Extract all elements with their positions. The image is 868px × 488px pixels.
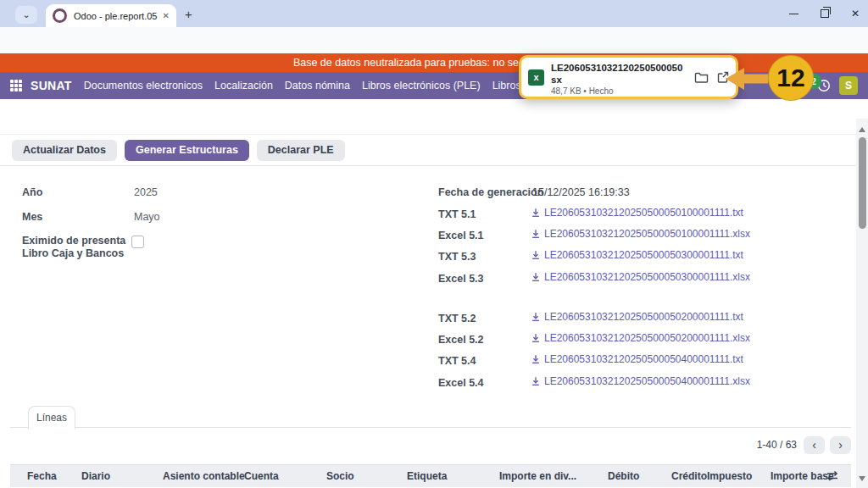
col-credito[interactable]: Crédito: [671, 470, 707, 482]
minimize-icon[interactable]: [789, 14, 798, 14]
screen: ⌄ Odoo - ple.report.05,4 ✕ + ✕ ← → democ…: [0, 0, 868, 488]
file-name: LE2060531032120250500050400001111.xlsx: [544, 375, 750, 387]
scroll-down-icon[interactable]: [859, 476, 865, 481]
file-download-link[interactable]: LE2060531032120250500050300001111.txt: [531, 249, 743, 261]
browser-toolbar: ← → democontable17.solse.pe/web#cids=1&m…: [0, 27, 868, 53]
download-actions: [694, 71, 729, 83]
fecha-generacion-label: Fecha de generación: [438, 186, 543, 198]
file-name: LE2060531032120250500050200001111.txt: [544, 311, 743, 323]
menu-documentos-electronicos[interactable]: Documentos electronicos: [84, 80, 203, 92]
eximido-label-line2: Libro Caja y Bancos: [22, 247, 124, 259]
file-name: LE2060531032120250500050300001111.xlsx: [544, 271, 750, 283]
file-name: LE2060531032120250500050400001111.txt: [544, 353, 743, 365]
lines-table-header: Fecha Diario Asiento contable Cuenta Soc…: [10, 464, 851, 487]
file-download-link[interactable]: LE2060531032120250500050100001111.txt: [531, 207, 743, 219]
file-label: Excel 5.3: [438, 273, 484, 285]
file-name: LE2060531032120250500050300001111.txt: [544, 249, 743, 261]
anio-value[interactable]: 2025: [134, 186, 158, 198]
action-button-bar: Actualizar Datos Generar Estructuras Dec…: [0, 134, 856, 166]
navbar-right: S: [817, 72, 858, 99]
annotation-step-number: 12: [776, 64, 804, 92]
notebook-divider: [10, 427, 851, 428]
annotation-arrow-icon: [726, 67, 768, 91]
file-label: Excel 5.1: [438, 230, 484, 241]
file-download-link[interactable]: LE2060531032120250500050400001111.txt: [531, 353, 743, 365]
new-tab-button[interactable]: +: [185, 7, 192, 21]
tab-close-icon[interactable]: ✕: [163, 11, 170, 20]
download-icon: [531, 333, 541, 343]
col-fecha[interactable]: Fecha: [27, 470, 57, 482]
lines-pager-prev-icon[interactable]: ‹: [804, 436, 825, 454]
fecha-generacion-value: 15/12/2025 16:19:33: [532, 186, 630, 198]
user-avatar[interactable]: S: [839, 76, 858, 95]
browser-titlebar: ⌄ Odoo - ple.report.05,4 ✕ + ✕: [0, 0, 868, 27]
actualizar-datos-button[interactable]: Actualizar Datos: [12, 140, 117, 161]
download-file-info: LE2060531032120250500050 sx 48,7 KB • He…: [551, 59, 687, 96]
file-label: TXT 5.1: [438, 208, 476, 220]
lines-pager-count: 1-40 / 63: [757, 439, 797, 451]
col-debito[interactable]: Débito: [608, 470, 639, 482]
col-cuenta[interactable]: Cuenta: [244, 470, 279, 482]
page-scrollbar[interactable]: [856, 119, 868, 488]
col-asiento[interactable]: Asiento contable: [163, 470, 245, 482]
file-download-link[interactable]: LE2060531032120250500050200001111.xlsx: [531, 332, 750, 344]
col-diario[interactable]: Diario: [81, 470, 110, 482]
browser-tab[interactable]: Odoo - ple.report.05,4 ✕: [46, 4, 176, 27]
col-importe-div[interactable]: Importe en div...: [499, 470, 576, 482]
download-icon: [531, 250, 541, 260]
col-importe-base[interactable]: Importe base: [771, 470, 834, 482]
anio-label: Año: [22, 186, 42, 198]
tab-title: Odoo - ple.report.05,4: [74, 11, 158, 21]
declarar-ple-button[interactable]: Declarar PLE: [257, 140, 345, 161]
window-close-icon[interactable]: ✕: [851, 8, 860, 19]
window-controls: ✕: [789, 0, 860, 27]
download-icon: [531, 208, 541, 218]
col-etiqueta[interactable]: Etiqueta: [407, 470, 447, 482]
scrollbar-thumb[interactable]: [859, 137, 866, 229]
file-name: LE2060531032120250500050100001111.txt: [544, 207, 743, 219]
file-label: Excel 5.2: [438, 334, 484, 346]
file-download-link[interactable]: LE2060531032120250500050200001111.txt: [531, 311, 743, 323]
show-in-folder-icon[interactable]: [694, 71, 709, 83]
download-meta: 48,7 KB • Hecho: [551, 86, 687, 96]
file-name: LE2060531032120250500050200001111.xlsx: [544, 332, 750, 344]
file-label: Excel 5.4: [438, 377, 484, 389]
file-label: TXT 5.2: [438, 313, 476, 324]
download-filename-line2: sx: [551, 75, 687, 85]
download-bubble[interactable]: x LE2060531032120250500050 sx 48,7 KB • …: [519, 55, 738, 99]
file-download-link[interactable]: LE2060531032120250500050300001111.xlsx: [531, 271, 750, 283]
tab-search-button[interactable]: ⌄: [15, 6, 37, 24]
excel-file-icon: x: [528, 69, 544, 86]
generar-estructuras-button[interactable]: Generar Estructuras: [125, 140, 249, 161]
app-brand[interactable]: SUNAT: [31, 79, 72, 92]
tab-lineas[interactable]: Líneas: [28, 406, 75, 430]
col-socio[interactable]: Socio: [326, 470, 354, 482]
scroll-up-icon[interactable]: [859, 127, 865, 132]
download-icon: [531, 272, 541, 282]
annotation-step-circle: 12: [768, 55, 814, 101]
optional-columns-icon[interactable]: [826, 470, 838, 481]
eximido-checkbox[interactable]: [131, 236, 144, 248]
file-name: LE2060531032120250500050100001111.xlsx: [544, 228, 750, 240]
mes-value[interactable]: Mayo: [134, 211, 160, 223]
file-download-link[interactable]: LE2060531032120250500050400001111.xlsx: [531, 375, 750, 387]
download-icon: [531, 312, 541, 322]
lines-pager-next-icon[interactable]: ›: [830, 436, 851, 454]
restore-icon[interactable]: [821, 9, 829, 18]
col-impuesto[interactable]: Impuesto: [707, 470, 752, 482]
menu-libros-ple[interactable]: Libros electrónicos (PLE): [362, 80, 481, 92]
mes-label: Mes: [22, 211, 42, 223]
download-icon: [531, 229, 541, 239]
apps-grid-icon[interactable]: [10, 80, 22, 92]
eximido-label-line1: Eximido de presenta: [22, 235, 125, 247]
file-label: TXT 5.4: [438, 355, 476, 367]
file-download-link[interactable]: LE2060531032120250500050100001111.xlsx: [531, 228, 750, 240]
menu-localizacion[interactable]: Localización: [214, 80, 273, 92]
download-icon: [531, 354, 541, 364]
menu-datos-nomina[interactable]: Datos nómina: [285, 80, 350, 92]
download-icon: [531, 376, 541, 386]
download-filename-line1: LE2060531032120250500050: [551, 63, 682, 73]
odoo-favicon-icon: [53, 8, 67, 23]
lines-pager: 1-40 / 63 ‹ ›: [0, 435, 851, 454]
file-label: TXT 5.3: [438, 251, 476, 263]
